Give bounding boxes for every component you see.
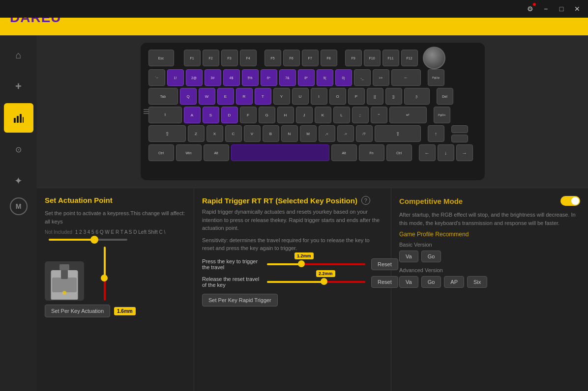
key-b[interactable]: B bbox=[263, 125, 279, 142]
key-f1[interactable]: F1 bbox=[184, 50, 201, 66]
key-f8[interactable]: F8 bbox=[321, 50, 337, 66]
key-f2[interactable]: F2 bbox=[203, 50, 219, 66]
key-q[interactable]: Q bbox=[180, 88, 197, 105]
key-j[interactable]: J bbox=[296, 107, 313, 123]
key-fn[interactable]: Fn bbox=[359, 144, 384, 161]
key-i[interactable]: I bbox=[311, 88, 327, 105]
key-slash[interactable]: /? bbox=[356, 125, 373, 142]
key-5[interactable]: 5% bbox=[242, 69, 259, 86]
key-pgup[interactable]: PgUp bbox=[428, 69, 444, 86]
key-down[interactable]: ↓ bbox=[438, 144, 454, 161]
key-extra-bot[interactable] bbox=[451, 135, 468, 142]
actuation-slider-track[interactable] bbox=[49, 239, 127, 241]
key-d[interactable]: D bbox=[221, 107, 238, 123]
key-f12[interactable]: F12 bbox=[401, 50, 418, 66]
key-x[interactable]: X bbox=[206, 125, 223, 142]
minimize-button[interactable]: − bbox=[539, 2, 553, 16]
key-space[interactable] bbox=[231, 144, 329, 161]
basic-va-button[interactable]: Va bbox=[399, 251, 418, 262]
key-6[interactable]: 6^ bbox=[261, 69, 277, 86]
key-up[interactable]: ↑ bbox=[428, 125, 444, 142]
key-g[interactable]: G bbox=[259, 107, 275, 123]
key-period[interactable]: .> bbox=[337, 125, 354, 142]
vertical-slider-track[interactable] bbox=[104, 247, 106, 301]
key-f[interactable]: F bbox=[240, 107, 257, 123]
key-w[interactable]: W bbox=[199, 88, 215, 105]
key-8[interactable]: 8* bbox=[298, 69, 315, 86]
settings-button[interactable]: ⚙ bbox=[523, 2, 537, 16]
key-rctrl[interactable]: Ctrl bbox=[386, 144, 412, 161]
key-f5[interactable]: F5 bbox=[265, 50, 281, 66]
key-esc[interactable]: Esc bbox=[148, 50, 174, 66]
sidebar-item-mode[interactable]: M bbox=[10, 197, 28, 215]
close-button[interactable]: ✕ bbox=[570, 2, 584, 16]
key-o[interactable]: O bbox=[329, 88, 346, 105]
sidebar-item-lighting[interactable]: ✦ bbox=[4, 166, 33, 196]
key-extra-top[interactable] bbox=[451, 125, 468, 133]
key-p[interactable]: P bbox=[348, 88, 365, 105]
key-backslash[interactable]: |\ bbox=[404, 88, 430, 105]
key-lshift[interactable]: ⇧ bbox=[148, 125, 186, 142]
key-f4[interactable]: F4 bbox=[240, 50, 257, 66]
key-backspace[interactable]: ← bbox=[391, 69, 421, 86]
key-f3[interactable]: F3 bbox=[221, 50, 238, 66]
key-equals[interactable]: =+ bbox=[373, 69, 389, 86]
key-h[interactable]: H bbox=[277, 107, 294, 123]
key-y[interactable]: Y bbox=[273, 88, 290, 105]
key-semicolon[interactable]: ;: bbox=[352, 107, 369, 123]
key-4[interactable]: 4$ bbox=[223, 69, 240, 86]
vertical-slider-thumb[interactable] bbox=[101, 275, 108, 281]
key-minus[interactable]: -_ bbox=[354, 69, 371, 86]
key-rbracket[interactable]: ]} bbox=[385, 88, 402, 105]
key-caps[interactable]: ⇪ bbox=[148, 107, 182, 123]
key-left[interactable]: ← bbox=[419, 144, 436, 161]
key-n[interactable]: N bbox=[281, 125, 298, 142]
key-k[interactable]: K bbox=[315, 107, 331, 123]
key-pgdn[interactable]: PgDn bbox=[434, 107, 450, 123]
sidebar-item-performance[interactable] bbox=[4, 103, 33, 133]
key-enter[interactable]: ↵ bbox=[389, 107, 427, 123]
key-s[interactable]: S bbox=[203, 107, 219, 123]
key-lctrl[interactable]: Ctrl bbox=[148, 144, 174, 161]
sidebar-item-home[interactable]: ⌂ bbox=[4, 40, 33, 70]
advanced-six-button[interactable]: Six bbox=[467, 276, 487, 288]
key-7[interactable]: 7& bbox=[279, 69, 296, 86]
key-f9[interactable]: F9 bbox=[345, 50, 362, 66]
key-backtick[interactable]: `~ bbox=[148, 69, 165, 86]
key-lalt[interactable]: Alt bbox=[204, 144, 229, 161]
key-win[interactable]: Win bbox=[176, 144, 202, 161]
actuation-slider-thumb[interactable] bbox=[90, 236, 98, 244]
basic-go-button[interactable]: Go bbox=[421, 251, 441, 262]
maximize-button[interactable]: □ bbox=[555, 2, 568, 16]
set-per-key-rapid-trigger-button[interactable]: Set Per Key Rapid Trigger bbox=[202, 294, 278, 307]
advanced-go-button[interactable]: Go bbox=[421, 276, 441, 288]
key-del[interactable]: Del bbox=[437, 88, 453, 105]
key-rshift[interactable]: ⇧ bbox=[375, 125, 421, 142]
key-f11[interactable]: F11 bbox=[382, 50, 399, 66]
press-track[interactable] bbox=[267, 263, 365, 265]
competitive-toggle[interactable] bbox=[560, 196, 580, 206]
key-t[interactable]: T bbox=[255, 88, 271, 105]
key-ralt[interactable]: Alt bbox=[331, 144, 357, 161]
key-3[interactable]: 3# bbox=[205, 69, 221, 86]
key-2[interactable]: 2@ bbox=[186, 69, 203, 86]
release-thumb[interactable] bbox=[321, 278, 327, 285]
sidebar-item-macro[interactable]: ⊙ bbox=[4, 135, 33, 164]
key-a[interactable]: A bbox=[184, 107, 201, 123]
key-v[interactable]: V bbox=[244, 125, 261, 142]
advanced-va-button[interactable]: Va bbox=[399, 276, 418, 288]
key-1[interactable]: 1! bbox=[167, 69, 184, 86]
help-icon[interactable]: ? bbox=[361, 196, 370, 205]
key-z[interactable]: Z bbox=[188, 125, 205, 142]
key-right[interactable]: → bbox=[456, 144, 473, 161]
advanced-ap-button[interactable]: AP bbox=[444, 276, 464, 288]
key-9[interactable]: 9( bbox=[317, 69, 333, 86]
release-track[interactable] bbox=[267, 281, 365, 283]
key-0[interactable]: 0) bbox=[335, 69, 352, 86]
sidebar-item-add[interactable]: + bbox=[4, 72, 33, 101]
key-f7[interactable]: F7 bbox=[302, 50, 319, 66]
key-l[interactable]: L bbox=[333, 107, 350, 123]
key-f10[interactable]: F10 bbox=[364, 50, 381, 66]
key-u[interactable]: U bbox=[292, 88, 309, 105]
set-per-key-actuation-button[interactable]: Set Per Key Actuation bbox=[45, 305, 110, 317]
